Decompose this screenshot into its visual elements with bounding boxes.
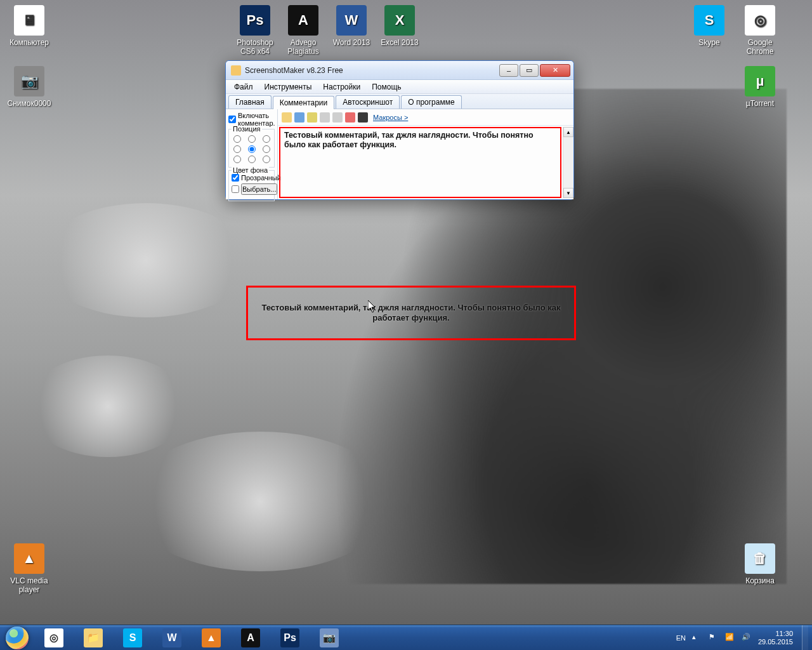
icon-label: Снимок0000 bbox=[5, 99, 53, 108]
app-icon: ▲ bbox=[14, 543, 44, 574]
bgcolor-fieldset: Цвет фона Прозрачный Выбрать... bbox=[228, 170, 275, 201]
desktop-icon-корзина[interactable]: 🗑Корзина bbox=[736, 543, 784, 585]
taskbar-chrome[interactable]: ◎ bbox=[35, 626, 73, 650]
app-icon: A bbox=[288, 5, 318, 36]
taskbar-word[interactable]: W bbox=[153, 626, 191, 650]
taskbar-advego[interactable]: A bbox=[232, 626, 270, 650]
app-icon: ◎ bbox=[745, 5, 775, 36]
system-tray: EN ▴ ⚑ 📶 🔊 11:30 29.05.2015 bbox=[676, 625, 812, 651]
desktop-icon-skype[interactable]: SSkype bbox=[685, 5, 733, 47]
transparent-checkbox[interactable]: Прозрачный bbox=[232, 174, 272, 182]
desktop-icon-vlc-media-player[interactable]: ▲VLC media player bbox=[5, 543, 53, 594]
network-icon[interactable]: 📶 bbox=[725, 633, 735, 643]
menubar: Файл Инструменты Настройки Помощь bbox=[226, 80, 573, 94]
pos-tr[interactable] bbox=[263, 135, 270, 143]
tray-lang[interactable]: EN bbox=[676, 634, 686, 642]
pos-bl[interactable] bbox=[233, 156, 241, 163]
desktop-icon-photoshop-cs6-x64[interactable]: PsPhotoshop CS6 x64 bbox=[231, 5, 279, 56]
action-center-icon[interactable]: ⚑ bbox=[709, 633, 719, 643]
menu-file[interactable]: Файл bbox=[228, 83, 259, 91]
tab-main[interactable]: Главная bbox=[228, 95, 272, 109]
position-legend: Позиция bbox=[232, 125, 262, 133]
paste-icon[interactable] bbox=[332, 112, 343, 123]
app-icon: S bbox=[694, 5, 724, 36]
tray-up-icon[interactable]: ▴ bbox=[692, 633, 702, 643]
pos-br[interactable] bbox=[263, 156, 270, 163]
open-icon[interactable] bbox=[282, 112, 292, 123]
taskbar-skype[interactable]: S bbox=[114, 626, 152, 650]
desktop-icon--torrent[interactable]: µµTorrent bbox=[736, 66, 784, 108]
screenshotmaker-icon: 📷 bbox=[320, 628, 339, 647]
desktop-icon-excel-2013[interactable]: XExcel 2013 bbox=[376, 5, 424, 47]
select-color-input[interactable] bbox=[232, 185, 239, 193]
skype-icon: S bbox=[123, 628, 142, 647]
pos-tc[interactable] bbox=[248, 135, 256, 143]
save-icon[interactable] bbox=[294, 112, 304, 123]
tab-autoscreenshot[interactable]: Автоскриншот bbox=[336, 95, 400, 109]
screenshotmaker-window: ScreenshotMaker v8.23 Free – ▭ ✕ Файл Ин… bbox=[225, 60, 574, 200]
volume-icon[interactable]: 🔊 bbox=[742, 633, 752, 643]
folder-icon[interactable] bbox=[307, 112, 317, 123]
pos-mr[interactable] bbox=[263, 145, 270, 153]
include-comment-input[interactable] bbox=[228, 116, 236, 123]
desktop-icon-google-chrome[interactable]: ◎Google Chrome bbox=[736, 5, 784, 56]
taskbar-photoshop[interactable]: Ps bbox=[271, 626, 309, 650]
start-button[interactable] bbox=[0, 625, 34, 651]
desktop-icon-advego-plagiatus[interactable]: AAdvego Plagiatus bbox=[279, 5, 327, 56]
desktop-icon-компьютер[interactable]: 🖥Компьютер bbox=[5, 5, 53, 47]
cut-icon[interactable] bbox=[345, 112, 355, 123]
scroll-up-icon[interactable]: ▲ bbox=[563, 127, 573, 137]
copy-icon[interactable] bbox=[320, 112, 330, 123]
tab-about[interactable]: О программе bbox=[401, 95, 461, 109]
clock[interactable]: 11:30 29.05.2015 bbox=[758, 630, 796, 646]
taskbar-screenshotmaker[interactable]: 📷 bbox=[310, 626, 348, 650]
editor-scrollbar[interactable]: ▲ ▼ bbox=[563, 127, 573, 198]
app-icon: Ps bbox=[240, 5, 270, 36]
menu-tools[interactable]: Инструменты bbox=[259, 83, 318, 91]
pos-bc[interactable] bbox=[248, 156, 256, 163]
font-icon[interactable] bbox=[358, 112, 368, 123]
select-color-line[interactable]: Выбрать... bbox=[232, 183, 272, 195]
app-icon: 🖥 bbox=[14, 5, 44, 36]
app-icon: 🗑 bbox=[745, 543, 775, 574]
icon-label: VLC media player bbox=[5, 576, 53, 594]
scroll-down-icon[interactable]: ▼ bbox=[563, 188, 573, 198]
pos-ml[interactable] bbox=[233, 145, 241, 153]
chrome-icon: ◎ bbox=[44, 628, 63, 647]
close-button[interactable]: ✕ bbox=[540, 64, 570, 77]
show-desktop-button[interactable] bbox=[802, 625, 808, 651]
app-icon: W bbox=[336, 5, 367, 36]
comment-editor-highlight: Тестовый комментарий, так джля нагляднос… bbox=[279, 127, 561, 198]
mouse-cursor-icon bbox=[368, 300, 377, 313]
taskbar-vlc[interactable]: ▲ bbox=[192, 626, 230, 650]
icon-label: Корзина bbox=[736, 576, 784, 585]
app-icon: 📷 bbox=[14, 66, 44, 96]
app-icon: µ bbox=[745, 66, 775, 96]
select-color-button[interactable]: Выбрать... bbox=[241, 183, 277, 195]
desktop-icon-снимок0000[interactable]: 📷Снимок0000 bbox=[5, 66, 53, 108]
comment-overlay-text: Тестовый комментарий, так джля нагляднос… bbox=[248, 303, 574, 323]
window-title: ScreenshotMaker v8.23 Free bbox=[245, 66, 499, 75]
macros-link[interactable]: Макросы > bbox=[373, 114, 408, 121]
tab-comments[interactable]: Комментарии bbox=[273, 96, 335, 109]
transparent-input[interactable] bbox=[232, 174, 239, 182]
pos-tl[interactable] bbox=[233, 135, 241, 143]
position-grid bbox=[232, 135, 272, 163]
clock-time: 11:30 bbox=[758, 630, 793, 638]
comment-editor[interactable]: Тестовый комментарий, так джля нагляднос… bbox=[284, 131, 556, 150]
pos-mc[interactable] bbox=[248, 145, 256, 153]
desktop-icon-word-2013[interactable]: WWord 2013 bbox=[327, 5, 376, 47]
icon-label: Photoshop CS6 x64 bbox=[231, 38, 279, 56]
vlc-icon: ▲ bbox=[202, 628, 221, 647]
icon-label: Excel 2013 bbox=[376, 38, 424, 47]
menu-settings[interactable]: Настройки bbox=[317, 83, 366, 91]
icon-label: Word 2013 bbox=[327, 38, 376, 47]
titlebar[interactable]: ScreenshotMaker v8.23 Free – ▭ ✕ bbox=[226, 61, 573, 80]
maximize-button[interactable]: ▭ bbox=[520, 64, 539, 77]
comment-overlay: Тестовый комментарий, так джля нагляднос… bbox=[246, 286, 576, 340]
icon-label: Advego Plagiatus bbox=[279, 38, 327, 56]
taskbar-explorer[interactable]: 📁 bbox=[74, 626, 112, 650]
advego-icon: A bbox=[241, 628, 260, 647]
minimize-button[interactable]: – bbox=[499, 64, 518, 77]
menu-help[interactable]: Помощь bbox=[366, 83, 407, 91]
